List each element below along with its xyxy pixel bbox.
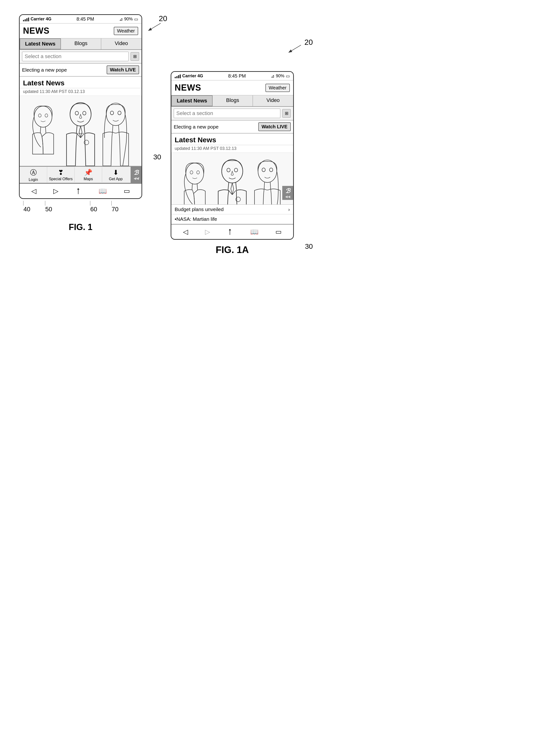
phone-fig1a: Carrier 4G 8:45 PM ⊿ 90% ▭ NEWS Weather (171, 71, 294, 240)
arrow-20-fig1a (284, 43, 303, 55)
play-button-fig1[interactable]: ▷ (51, 186, 61, 196)
signal-bars-fig1a (175, 74, 181, 78)
offers-icon: ❣ (58, 169, 64, 176)
weather-button-fig1[interactable]: Weather (114, 27, 138, 35)
news-item-text-2: •NASA: Martian life (175, 216, 217, 222)
bar3-fig1a (178, 75, 179, 78)
section-select-icon-fig1a[interactable]: ⊞ (282, 109, 291, 118)
updated-text-fig1: updated 11:30 AM PST 03.12.13 (20, 88, 141, 96)
tab-latest-news-fig1[interactable]: Latest News (20, 38, 61, 49)
section-selector-row-fig1a: ⊞ (171, 107, 293, 120)
tab-video-fig1a[interactable]: Video (253, 95, 293, 106)
label-50-text: 50 (45, 205, 52, 213)
toolbar-offers-fig1[interactable]: ❣ Special Offers (47, 167, 75, 182)
weather-button-fig1a[interactable]: Weather (265, 84, 290, 92)
maps-label: Maps (84, 177, 93, 181)
annotation-20-fig1a: 20 (304, 38, 313, 47)
side-brand-arrow: ◀◀ (285, 195, 290, 198)
app-title-fig1a: NEWS (175, 83, 201, 93)
svg-rect-23 (171, 152, 293, 205)
label-40-text: 40 (23, 205, 30, 213)
figures-row: 20 Carrier 4G (19, 14, 541, 255)
location-icon: ⊿ (119, 17, 123, 22)
share-button-fig1a[interactable]: ⭡ (224, 227, 236, 237)
section-select-input-fig1a[interactable] (174, 109, 280, 118)
svg-rect-1 (20, 96, 141, 166)
news-item-arrow-1: › (288, 207, 290, 212)
latest-news-header-fig1a: Latest News (171, 133, 293, 145)
b-brand-letter: ℬ (134, 169, 138, 176)
back-button-fig1[interactable]: ◁ (29, 186, 39, 196)
news-list-item-1-fig1a[interactable]: Budget plans unveiled › ℬ ◀◀ (171, 205, 293, 214)
carrier-text-fig1a: Carrier 4G (182, 73, 203, 78)
carrier-text: Carrier 4G (31, 17, 51, 22)
phone-fig1: Carrier 4G 8:45 PM ⊿ 90% ▭ NEWS Weather (19, 14, 142, 199)
section-select-input-fig1[interactable] (22, 52, 129, 61)
side-brand-b: ℬ (285, 187, 290, 195)
status-time-fig1a: 8:45 PM (228, 73, 246, 79)
nav-tabs-fig1a: Latest News Blogs Video (171, 95, 293, 107)
breaking-banner-fig1a: Electing a new pope Watch LIVE (171, 120, 293, 133)
bar4 (28, 18, 29, 21)
label-60-text: 60 (90, 205, 97, 213)
tab-blogs-fig1[interactable]: Blogs (61, 38, 101, 49)
status-left-fig1a: Carrier 4G (175, 73, 203, 78)
getapp-label: Get App (109, 177, 123, 181)
label-50: 50 (45, 201, 52, 213)
section-select-icon-fig1[interactable]: ⊞ (131, 52, 139, 61)
tab-blogs-fig1a[interactable]: Blogs (213, 95, 253, 106)
bar4-fig1a (180, 74, 181, 78)
svg-line-22 (289, 45, 301, 52)
annotation-30-fig1a: 30 (305, 242, 313, 250)
fig1a-label-container: FIG. 1A (171, 244, 294, 255)
bottom-nav-fig1: ◁ ▷ ⭡ 📖 ▭ (20, 183, 141, 198)
status-bar-fig1a: Carrier 4G 8:45 PM ⊿ 90% ▭ (171, 72, 293, 80)
bar1 (23, 20, 24, 21)
app-toolbar-fig1: Ⓐ Login ❣ Special Offers 📌 Maps ⬇ Get Ap… (20, 166, 141, 183)
side-brand-fig1a[interactable]: ℬ ◀◀ (282, 186, 293, 200)
battery-pct: 90% (124, 17, 133, 22)
maps-icon: 📌 (84, 169, 92, 176)
fig1-wrapper: 20 Carrier 4G (19, 14, 142, 232)
watch-live-btn-fig1[interactable]: Watch LIVE (107, 65, 139, 74)
tab-latest-news-fig1a[interactable]: Latest News (171, 95, 213, 106)
arrow-20-fig1 (144, 21, 163, 33)
breaking-text-fig1: Electing a new pope (22, 67, 67, 73)
news-svg-fig1a (171, 152, 293, 205)
latest-news-title-fig1: Latest News (23, 79, 64, 87)
app-header-fig1: NEWS Weather (20, 23, 141, 38)
battery-icon-fig1a: ▭ (286, 73, 290, 79)
latest-news-title-fig1a: Latest News (175, 136, 216, 144)
bar2-fig1a (176, 76, 178, 78)
news-image-fig1 (20, 96, 141, 166)
b-brand-arrow: ◀◀ (133, 176, 139, 180)
page: 20 Carrier 4G (0, 0, 560, 737)
toolbar-maps-fig1[interactable]: 📌 Maps (75, 167, 102, 182)
login-label: Login (29, 178, 38, 182)
bar2 (25, 19, 26, 21)
offers-label: Special Offers (49, 177, 73, 181)
bar1-fig1a (175, 77, 176, 78)
annotation-30-fig1: 30 (153, 153, 161, 161)
share-button-fig1[interactable]: ⭡ (73, 186, 84, 196)
play-button-fig1a[interactable]: ▷ (203, 227, 213, 237)
news-svg-fig1 (20, 96, 141, 166)
back-button-fig1a[interactable]: ◁ (181, 227, 191, 237)
news-list-item-2-fig1a[interactable]: •NASA: Martian life (171, 214, 293, 224)
label-60: 60 (90, 201, 97, 213)
news-image-fig1a (171, 152, 293, 205)
watch-live-btn-fig1a[interactable]: Watch LIVE (258, 122, 291, 131)
breaking-banner-fig1: Electing a new pope Watch LIVE (20, 64, 141, 77)
battery-pct-fig1a: 90% (276, 73, 284, 78)
bookmark-button-fig1[interactable]: 📖 (96, 186, 109, 196)
copy-button-fig1[interactable]: ▭ (121, 186, 132, 196)
toolbar-login-fig1[interactable]: Ⓐ Login (20, 167, 47, 183)
nav-tabs-fig1: Latest News Blogs Video (20, 38, 141, 50)
b-brand-fig1[interactable]: ℬ ◀◀ (131, 167, 141, 183)
bookmark-button-fig1a[interactable]: 📖 (248, 227, 261, 237)
copy-button-fig1a[interactable]: ▭ (273, 227, 284, 237)
fig1-label-container: FIG. 1 (19, 222, 142, 232)
tab-video-fig1[interactable]: Video (101, 38, 141, 49)
bottom-nav-fig1a: ◁ ▷ ⭡ 📖 ▭ (171, 224, 293, 239)
status-time: 8:45 PM (77, 16, 94, 22)
